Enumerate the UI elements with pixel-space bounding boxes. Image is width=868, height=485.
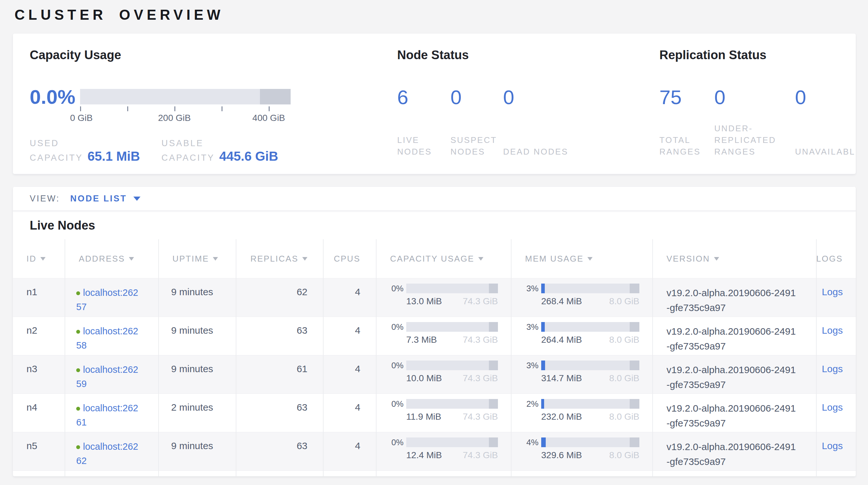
capacity-usage-meter: 0% 7.3 MiB74.3 GiB <box>376 317 511 355</box>
column-header-mem-usage[interactable]: MEM USAGE <box>511 239 652 278</box>
column-header-id[interactable]: ID <box>13 239 65 278</box>
cluster-overview-page: CLUSTER OVERVIEW Capacity Usage 0.0% 0 G… <box>0 6 868 485</box>
sort-arrow-icon <box>478 257 484 261</box>
replication-status-section: Replication Status 75 TOTAL RANGES 0 UND… <box>659 48 856 174</box>
dead-nodes-label: DEAD NODES <box>503 146 568 158</box>
node-id: n5 <box>13 432 65 470</box>
node-address-link[interactable]: localhost:26257 <box>76 286 141 314</box>
capacity-usage-bar-axis: 0 GiB 200 GiB 400 GiB <box>80 89 290 123</box>
table-row: n2 localhost:26258 9 minutes 63 4 0% 7.3… <box>13 317 856 355</box>
live-nodes-table-title: Live Nodes <box>30 218 856 232</box>
unavailable-ranges-label: UNAVAILABLE RANGES <box>795 146 856 158</box>
node-list-card: VIEW: NODE LIST Live Nodes ID ADDRESS UP… <box>13 187 856 476</box>
mem-usage-meter: 3% 314.7 MiB8.0 GiB <box>511 355 652 394</box>
live-status-dot-icon <box>76 368 80 372</box>
node-replicas: 63 <box>236 432 323 470</box>
node-replicas: 63 <box>236 394 323 432</box>
column-header-address[interactable]: ADDRESS <box>65 239 158 278</box>
capacity-usage-title: Capacity Usage <box>30 48 397 62</box>
axis-label-400: 400 GiB <box>252 113 285 123</box>
capacity-axis-labels: 0 GiB 200 GiB 400 GiB <box>80 113 290 123</box>
node-id: n2 <box>13 317 65 355</box>
cluster-summary-card: Capacity Usage 0.0% 0 GiB 200 GiB 400 Gi… <box>13 34 856 174</box>
node-version: v19.2.0-alpha.20190606-2491-gfe735c9a97 <box>652 394 816 432</box>
mem-usage-meter: 2% 232.0 MiB8.0 GiB <box>511 394 652 432</box>
page-title: CLUSTER OVERVIEW <box>14 6 868 23</box>
view-selector-bar: VIEW: NODE LIST <box>13 187 856 211</box>
live-nodes-count: 6 <box>397 89 444 106</box>
node-address-link[interactable]: localhost:26259 <box>76 363 141 391</box>
sort-arrow-icon <box>714 257 719 261</box>
sort-arrow-icon <box>302 257 307 261</box>
sort-arrow-icon <box>587 257 593 261</box>
table-row: n5 localhost:26262 9 minutes 63 4 0% 12.… <box>13 432 856 470</box>
used-capacity-stat: USED CAPACITY 65.1 MiB <box>30 137 161 164</box>
column-header-uptime[interactable]: UPTIME <box>158 239 236 278</box>
node-cpus: 4 <box>323 355 376 394</box>
suspect-nodes-count: 0 <box>451 89 497 106</box>
axis-label-0: 0 GiB <box>70 113 93 123</box>
capacity-usage-meter: 0% 12.4 MiB74.3 GiB <box>376 432 511 470</box>
node-uptime: 9 minutes <box>158 278 236 317</box>
node-cpus: 4 <box>323 394 376 432</box>
node-cpus: 4 <box>323 317 376 355</box>
logs-link[interactable]: Logs <box>822 440 843 451</box>
node-address-link[interactable]: localhost:26261 <box>76 401 141 429</box>
logs-link[interactable]: Logs <box>822 286 843 297</box>
capacity-usage-bar <box>80 89 290 105</box>
under-replicated-ranges-stat: 0 UNDER-REPLICATED RANGES <box>714 89 795 158</box>
live-nodes-stat: 6 LIVE NODES <box>397 89 451 158</box>
used-capacity-label-line1: USED <box>30 137 161 149</box>
capacity-usage-section: Capacity Usage 0.0% 0 GiB 200 GiB 400 Gi… <box>30 48 397 174</box>
column-header-capacity-usage[interactable]: CAPACITY USAGE <box>376 239 511 278</box>
replication-status-title: Replication Status <box>659 48 856 62</box>
table-row-partial <box>13 470 856 476</box>
node-uptime: 9 minutes <box>158 432 236 470</box>
live-status-dot-icon <box>76 330 80 334</box>
live-nodes-table: ID ADDRESS UPTIME REPLICAS CPUS CAPACITY… <box>13 239 856 476</box>
node-address-link[interactable]: localhost:26258 <box>76 324 141 352</box>
node-address-link[interactable]: localhost:26262 <box>76 439 141 468</box>
capacity-bar-reserved-segment <box>260 89 290 105</box>
capacity-usage-percent: 0.0% <box>30 89 80 105</box>
capacity-stats: USED CAPACITY 65.1 MiB USABLE CAPACITY 4… <box>30 137 397 164</box>
view-label: VIEW: <box>30 194 60 204</box>
logs-link[interactable]: Logs <box>822 325 843 336</box>
logs-link[interactable]: Logs <box>822 364 843 374</box>
node-cpus: 4 <box>323 432 376 470</box>
used-capacity-value: 65.1 MiB <box>88 149 140 164</box>
node-cpus: 4 <box>323 278 376 317</box>
live-status-dot-icon <box>76 407 80 411</box>
total-ranges-stat: 75 TOTAL RANGES <box>659 89 714 158</box>
node-version: v19.2.0-alpha.20190606-2491-gfe735c9a97 <box>652 355 816 394</box>
capacity-axis-ticks <box>80 106 290 112</box>
total-ranges-count: 75 <box>659 89 708 106</box>
under-replicated-ranges-count: 0 <box>714 89 788 106</box>
usable-capacity-label-line1: USABLE <box>161 137 293 149</box>
column-header-replicas[interactable]: REPLICAS <box>236 239 323 278</box>
node-status-title: Node Status <box>397 48 659 62</box>
suspect-nodes-stat: 0 SUSPECT NODES <box>451 89 503 158</box>
node-id: n3 <box>13 355 65 394</box>
logs-link[interactable]: Logs <box>822 402 843 412</box>
view-dropdown[interactable]: NODE LIST <box>70 194 127 204</box>
table-row: n3 localhost:26259 9 minutes 61 4 0% 10.… <box>13 355 856 394</box>
mem-usage-meter: 3% 264.4 MiB8.0 GiB <box>511 317 652 355</box>
live-status-dot-icon <box>76 291 80 295</box>
capacity-usage-meter: 0% 10.0 MiB74.3 GiB <box>376 355 511 394</box>
node-uptime: 2 minutes <box>158 394 236 432</box>
dead-nodes-count: 0 <box>503 89 568 106</box>
node-version: v19.2.0-alpha.20190606-2491-gfe735c9a97 <box>652 317 816 355</box>
node-uptime: 9 minutes <box>158 317 236 355</box>
under-replicated-ranges-label: UNDER-REPLICATED RANGES <box>714 122 788 158</box>
chevron-down-icon[interactable] <box>133 197 141 201</box>
column-header-version[interactable]: VERSION <box>652 239 816 278</box>
node-replicas: 63 <box>236 317 323 355</box>
unavailable-ranges-stat: 0 UNAVAILABLE RANGES <box>795 89 856 158</box>
sort-arrow-icon <box>129 257 134 261</box>
mem-usage-meter: 3% 268.4 MiB8.0 GiB <box>511 278 652 317</box>
usable-capacity-value: 445.6 GiB <box>219 149 278 164</box>
sort-arrow-icon <box>213 257 218 261</box>
table-header-row: ID ADDRESS UPTIME REPLICAS CPUS CAPACITY… <box>13 239 856 278</box>
node-replicas: 62 <box>236 278 323 317</box>
